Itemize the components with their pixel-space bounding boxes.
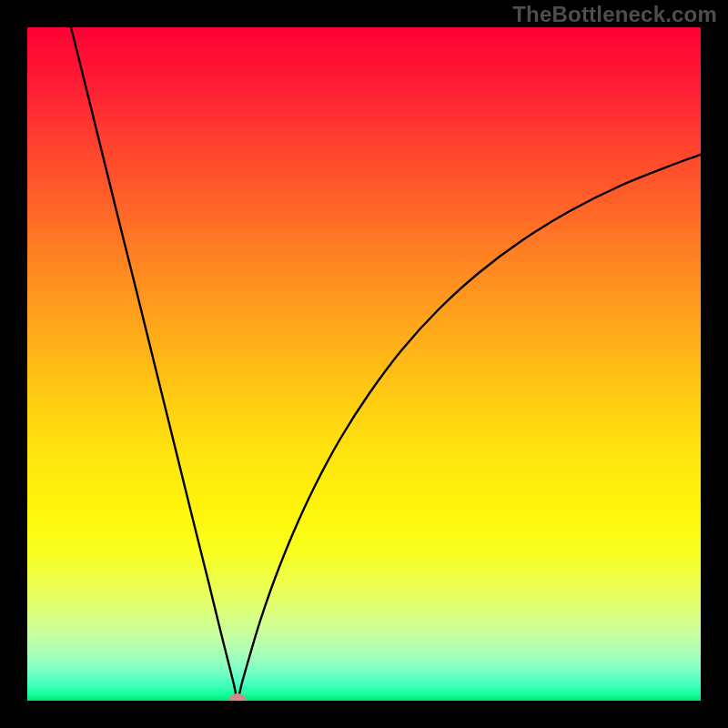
bottleneck-curve bbox=[27, 27, 701, 701]
chart-frame: TheBottleneck.com bbox=[0, 0, 728, 728]
watermark-text: TheBottleneck.com bbox=[512, 2, 717, 27]
plot-area bbox=[27, 27, 701, 701]
curve-path bbox=[71, 27, 701, 699]
minimum-dot bbox=[229, 693, 246, 701]
